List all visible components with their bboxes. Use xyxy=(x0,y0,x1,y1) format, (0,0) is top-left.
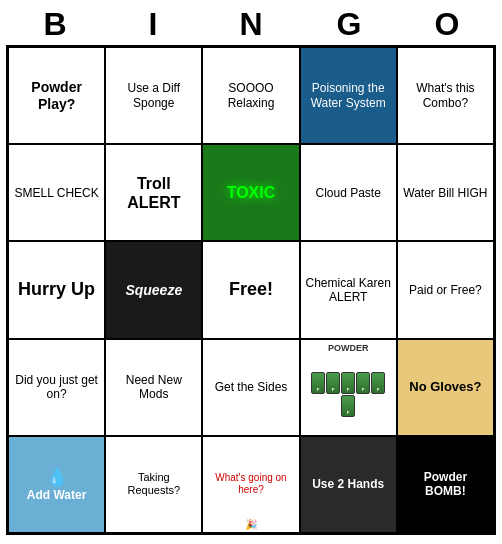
cell-r3c2[interactable]: Get the Sides xyxy=(202,339,299,436)
cell-text: What's this Combo? xyxy=(402,81,489,110)
cell-r3c3[interactable]: POWDER P P P P P P xyxy=(300,339,397,436)
cell-r1c3[interactable]: Cloud Paste xyxy=(300,144,397,241)
cell-r1c2[interactable]: TOXIC xyxy=(202,144,299,241)
bingo-grid: Powder Play? Use a Diff Sponge SOOOO Rel… xyxy=(6,45,496,535)
cell-r0c3[interactable]: Poisoning the Water System xyxy=(300,47,397,144)
cell-text: Get the Sides xyxy=(215,380,288,394)
cell-r4c0[interactable]: 💧 Add Water xyxy=(8,436,105,533)
cell-r4c3[interactable]: Use 2 Hands xyxy=(300,436,397,533)
cell-r4c1[interactable]: Taking Requests? xyxy=(105,436,202,533)
cell-r0c2[interactable]: SOOOO Relaxing xyxy=(202,47,299,144)
cell-text: Use 2 Hands xyxy=(312,477,384,491)
cell-r1c1[interactable]: Troll ALERT xyxy=(105,144,202,241)
letter-i: I xyxy=(109,6,197,43)
cell-r2c3[interactable]: Chemical Karen ALERT xyxy=(300,241,397,338)
cell-r1c4[interactable]: Water Bill HIGH xyxy=(397,144,494,241)
letter-n: N xyxy=(207,6,295,43)
cell-text: Water Bill HIGH xyxy=(403,186,487,200)
cell-r0c1[interactable]: Use a Diff Sponge xyxy=(105,47,202,144)
letter-b: B xyxy=(11,6,99,43)
powder-label: POWDER xyxy=(326,343,371,353)
letter-g: G xyxy=(305,6,393,43)
cell-r4c2[interactable]: What's going on here? 🎉 xyxy=(202,436,299,533)
cell-text: Squeeze xyxy=(125,282,182,299)
cell-text: Need New Mods xyxy=(110,373,197,402)
powder-cans-graphic: P P P P P P xyxy=(305,372,392,417)
confetti-icon: 🎉 xyxy=(245,519,257,530)
cell-r2c4[interactable]: Paid or Free? xyxy=(397,241,494,338)
cell-text: Poisoning the Water System xyxy=(305,81,392,110)
cell-r2c0[interactable]: Hurry Up xyxy=(8,241,105,338)
cell-text: No Gloves? xyxy=(409,379,481,395)
cell-text: Taking Requests? xyxy=(110,471,197,497)
cell-r3c4[interactable]: No Gloves? xyxy=(397,339,494,436)
cell-text: Add Water xyxy=(27,488,87,502)
cell-r1c0[interactable]: SMELL CHECK xyxy=(8,144,105,241)
cell-text: SMELL CHECK xyxy=(14,186,98,200)
cell-text: Powder Play? xyxy=(13,79,100,113)
cell-r0c0[interactable]: Powder Play? xyxy=(8,47,105,144)
cell-text: Paid or Free? xyxy=(409,283,482,297)
cell-text: Free! xyxy=(229,279,273,300)
cell-r2c1[interactable]: Squeeze xyxy=(105,241,202,338)
cell-text: Use a Diff Sponge xyxy=(110,81,197,110)
cell-text: Hurry Up xyxy=(18,280,95,300)
letter-o: O xyxy=(403,6,491,43)
cell-r4c4[interactable]: Powder BOMB! xyxy=(397,436,494,533)
cell-text: Troll ALERT xyxy=(110,174,197,212)
cell-r3c0[interactable]: Did you just get on? xyxy=(8,339,105,436)
cell-text: What's going on here? xyxy=(207,472,294,496)
cell-text: Cloud Paste xyxy=(316,186,381,200)
cell-text: SOOOO Relaxing xyxy=(207,81,294,110)
cell-text: Chemical Karen ALERT xyxy=(305,276,392,305)
water-icon: 💧 xyxy=(46,466,68,488)
cell-text: Did you just get on? xyxy=(13,373,100,402)
cell-r2c2[interactable]: Free! xyxy=(202,241,299,338)
cell-r0c4[interactable]: What's this Combo? xyxy=(397,47,494,144)
cell-text: Powder BOMB! xyxy=(402,470,489,499)
cell-text: TOXIC xyxy=(227,184,276,202)
cell-r3c1[interactable]: Need New Mods xyxy=(105,339,202,436)
bingo-header: B I N G O xyxy=(6,0,496,45)
